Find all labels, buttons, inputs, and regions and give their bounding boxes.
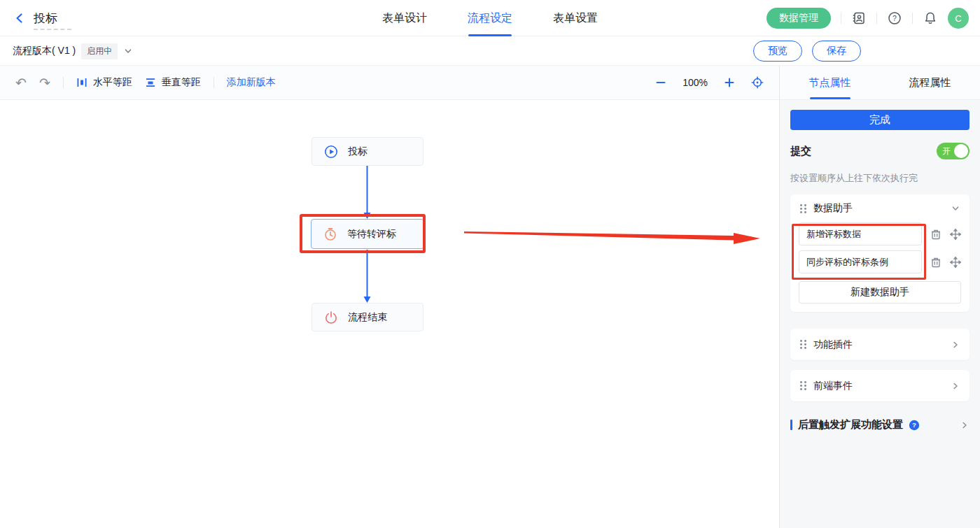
section-marker: [790, 420, 792, 430]
svg-text:?: ?: [892, 14, 897, 22]
chevron-right-icon[interactable]: [960, 420, 969, 430]
version-actions: 预览 保存: [753, 36, 861, 66]
power-icon: [324, 311, 338, 324]
divider: [63, 77, 64, 88]
trash-icon[interactable]: [930, 228, 941, 240]
help-icon[interactable]: ?: [887, 10, 902, 26]
vertical-spacing-icon: [145, 77, 156, 88]
post-trigger-label: 后置触发扩展功能设置: [798, 418, 903, 431]
title-edit-underline: [34, 29, 71, 30]
frontend-section-title: 前端事件: [813, 380, 944, 392]
zoom-level: 100%: [682, 77, 708, 88]
horizontal-spacing-button[interactable]: 水平等距: [76, 76, 132, 89]
chevron-right-icon[interactable]: [951, 340, 960, 350]
locate-target-icon[interactable]: [751, 76, 764, 89]
data-assistant-header[interactable]: 数据助手: [790, 194, 969, 222]
tab-flow-properties[interactable]: 流程属性: [880, 66, 980, 99]
tab-form-design[interactable]: 表单设计: [382, 0, 427, 36]
zoom-out-icon[interactable]: [654, 76, 667, 89]
bell-icon[interactable]: [923, 10, 938, 26]
plugin-section-card[interactable]: 功能插件: [790, 329, 969, 360]
submit-row: 提交 开: [790, 143, 969, 159]
redo-icon[interactable]: ↷: [39, 76, 50, 90]
zoom-in-icon[interactable]: [723, 76, 736, 89]
data-manage-button[interactable]: 数据管理: [766, 8, 831, 29]
order-hint: 按设置顺序从上往下依次执行完: [790, 172, 969, 185]
frontend-section-card[interactable]: 前端事件: [790, 370, 969, 401]
vertical-spacing-button[interactable]: 垂直等距: [145, 76, 201, 89]
plugin-section-title: 功能插件: [813, 338, 944, 351]
flow-canvas[interactable]: 投标 等待转评标 流程结束: [0, 100, 779, 528]
page-title: 投标: [34, 10, 57, 27]
done-button[interactable]: 完成: [790, 110, 969, 130]
add-version-link[interactable]: 添加新版本: [227, 76, 276, 89]
top-header: 投标 表单设计 流程设定 表单设置 数据管理 ? C: [0, 0, 980, 36]
assistant-item[interactable]: 同步评标的评标条例: [799, 250, 922, 273]
status-badge: 启用中: [81, 43, 118, 59]
contacts-book-icon[interactable]: [851, 10, 867, 26]
horizontal-spacing-label: 水平等距: [93, 76, 132, 89]
drag-handle-icon[interactable]: [799, 339, 807, 350]
header-actions: 数据管理 ? C: [766, 0, 969, 36]
chevron-down-icon[interactable]: [123, 46, 133, 56]
toggle-knob: [954, 144, 968, 158]
flow-node-start[interactable]: 投标: [312, 137, 424, 166]
node-label: 流程结束: [348, 311, 387, 324]
app-root: 投标 表单设计 流程设定 表单设置 数据管理 ? C 流: [0, 0, 980, 528]
divider: [876, 13, 877, 24]
avatar[interactable]: C: [948, 8, 969, 29]
version-info: 流程版本( V1 ) 启用中: [13, 36, 133, 66]
help-badge-icon[interactable]: ?: [909, 420, 920, 431]
assistant-item[interactable]: 新增评标数据: [799, 222, 922, 245]
properties-panel: 节点属性 流程属性 完成 提交 开 按设置顺序从上往下依次执行完 数据助手: [779, 66, 980, 528]
flow-node-wait[interactable]: 等待转评标: [311, 219, 424, 249]
panel-tabs: 节点属性 流程属性: [780, 66, 980, 100]
move-icon[interactable]: [949, 256, 961, 268]
save-button[interactable]: 保存: [812, 41, 861, 62]
divider: [214, 77, 214, 88]
flow-node-end[interactable]: 流程结束: [312, 303, 424, 331]
data-assistant-card: 数据助手 新增评标数据 同步评标的评标条例: [790, 194, 969, 312]
submit-toggle[interactable]: 开: [937, 143, 969, 159]
chevron-down-icon[interactable]: [951, 204, 960, 213]
chevron-right-icon[interactable]: [951, 381, 960, 391]
drag-handle-icon[interactable]: [799, 380, 807, 391]
version-label: 流程版本( V1 ): [13, 45, 76, 57]
move-icon[interactable]: [949, 228, 961, 240]
svg-text:?: ?: [912, 421, 916, 429]
canvas-toolbar: ↶ ↷ 水平等距 垂直等距 添加新版本 100%: [0, 66, 779, 100]
submit-label: 提交: [790, 145, 811, 158]
trash-icon[interactable]: [930, 256, 941, 268]
chevron-left-icon: [14, 13, 25, 24]
divider: [912, 13, 913, 24]
node-label: 等待转评标: [347, 228, 396, 241]
new-data-assistant-button[interactable]: 新建数据助手: [799, 281, 961, 304]
post-trigger-settings[interactable]: 后置触发扩展功能设置 ?: [790, 418, 969, 431]
play-icon: [324, 145, 338, 159]
divider: [841, 13, 841, 24]
undo-icon[interactable]: ↶: [15, 76, 27, 90]
panel-body: 完成 提交 开 按设置顺序从上往下依次执行完 数据助手 新增评标数据: [780, 100, 980, 431]
main-tabs: 表单设计 流程设定 表单设置: [382, 0, 598, 36]
data-assistant-title: 数据助手: [813, 202, 944, 215]
version-bar: 流程版本( V1 ) 启用中 预览 保存: [0, 36, 980, 66]
preview-button[interactable]: 预览: [753, 41, 802, 62]
horizontal-spacing-icon: [76, 77, 88, 88]
drag-handle-icon[interactable]: [799, 204, 807, 214]
tab-flow-setting[interactable]: 流程设定: [468, 0, 512, 36]
toggle-state-label: 开: [942, 145, 951, 157]
back-button[interactable]: 投标: [14, 0, 57, 36]
assistant-item-row: 新增评标数据: [799, 222, 961, 245]
timer-icon: [323, 227, 337, 241]
assistant-item-row: 同步评标的评标条例: [799, 250, 961, 273]
vertical-spacing-label: 垂直等距: [162, 76, 201, 89]
tab-node-properties[interactable]: 节点属性: [780, 66, 880, 99]
node-label: 投标: [348, 145, 368, 158]
tab-form-settings[interactable]: 表单设置: [553, 0, 598, 36]
